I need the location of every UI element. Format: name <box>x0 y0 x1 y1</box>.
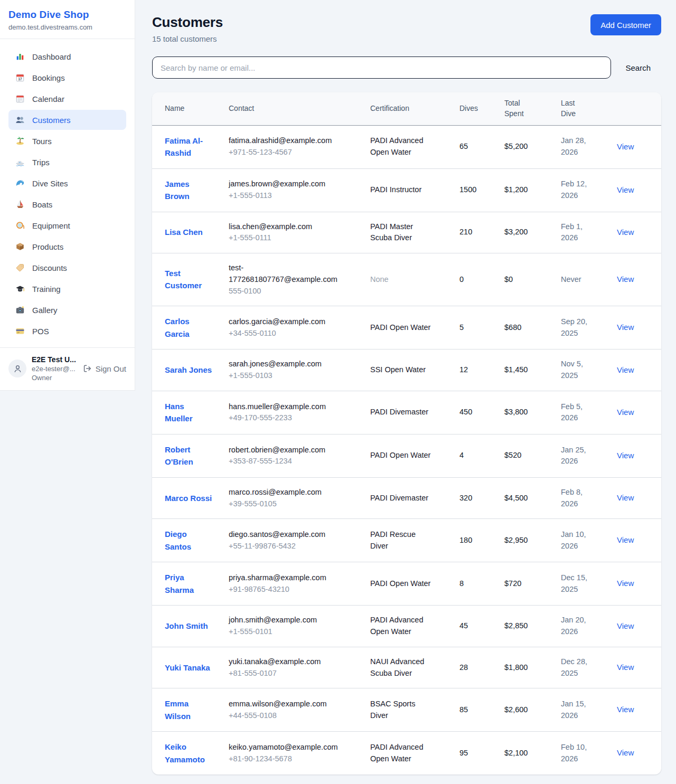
customer-dives: 95 <box>459 732 504 775</box>
sidebar-item-tours[interactable]: Tours <box>8 131 126 151</box>
sign-out-button[interactable]: Sign Out <box>82 364 126 373</box>
sidebar-item-pos[interactable]: POS <box>8 321 126 341</box>
customer-phone: +44-555-0108 <box>229 710 364 722</box>
customer-last-dive: Nov 5, 2025 <box>561 358 595 382</box>
customer-total-spent: $2,950 <box>504 519 561 562</box>
customer-email: diego.santos@example.com <box>229 529 364 541</box>
customer-email: test- 1772681807767@example.com <box>229 262 364 286</box>
sidebar-item-label: Tours <box>32 137 52 146</box>
customer-name-link[interactable]: Lisa Chen <box>165 226 203 238</box>
customer-dives: 28 <box>459 647 504 688</box>
customer-last-dive: Feb 1, 2026 <box>561 221 595 244</box>
customer-last-dive: Jan 20, 2026 <box>561 615 595 638</box>
customer-name-link[interactable]: Hans Mueller <box>165 400 193 425</box>
sidebar-item-label: Dive Sites <box>32 179 68 188</box>
customer-name-link[interactable]: Test Customer <box>165 267 202 292</box>
table-row: Lisa Chen lisa.chen@example.com +1-555-0… <box>152 212 661 253</box>
table-row: Test Customer test- 1772681807767@exampl… <box>152 253 661 306</box>
customer-dives: 0 <box>459 253 504 306</box>
table-row: Yuki Tanaka yuki.tanaka@example.com +81-… <box>152 647 661 688</box>
sidebar-item-bookings[interactable]: 17 Bookings <box>8 68 126 88</box>
table-row: James Brown james.brown@example.com +1-5… <box>152 168 661 212</box>
customer-phone: +353-87-555-1234 <box>229 456 364 467</box>
sidebar-item-discounts[interactable]: Discounts <box>8 258 126 278</box>
customer-name-link[interactable]: Robert O'Brien <box>165 443 193 468</box>
customer-name-link[interactable]: Keiko Yamamoto <box>165 741 205 766</box>
view-link[interactable]: View <box>617 663 634 672</box>
view-link[interactable]: View <box>617 493 634 502</box>
shop-name-link[interactable]: Demo Dive Shop <box>8 9 126 21</box>
customer-certification: PADI Instructor <box>370 168 459 212</box>
view-link[interactable]: View <box>617 228 634 237</box>
sidebar-item-trips[interactable]: Trips <box>8 152 126 172</box>
customer-email: james.brown@example.com <box>229 178 364 190</box>
customer-name-link[interactable]: John Smith <box>165 620 208 632</box>
search-input[interactable] <box>152 56 611 79</box>
sidebar-item-label: Dashboard <box>32 52 71 61</box>
customer-name-link[interactable]: Sarah Jones <box>165 364 212 376</box>
view-link[interactable]: View <box>617 323 634 332</box>
customer-last-dive: Feb 12, 2026 <box>561 178 595 202</box>
customer-name-link[interactable]: Yuki Tanaka <box>165 662 210 674</box>
sidebar-item-dashboard[interactable]: Dashboard <box>8 46 126 67</box>
view-link[interactable]: View <box>617 142 634 151</box>
customer-name-link[interactable]: Emma Wilson <box>165 697 191 722</box>
table-row: Robert O'Brien robert.obrien@example.com… <box>152 434 661 477</box>
customer-dives: 12 <box>459 350 504 391</box>
view-link[interactable]: View <box>617 579 634 588</box>
main-header: Customers 15 total customers Add Custome… <box>152 14 661 43</box>
sidebar-item-dive-sites[interactable]: Dive Sites <box>8 173 126 193</box>
sidebar-item-training[interactable]: Training <box>8 279 126 299</box>
customer-name-link[interactable]: Diego Santos <box>165 528 191 553</box>
sidebar-item-equipment[interactable]: Equipment <box>8 215 126 235</box>
user-section: E2E Test U... e2e-tester@... Owner Sign … <box>0 347 135 390</box>
view-link[interactable]: View <box>617 451 634 460</box>
sidebar-item-calendar[interactable]: Calendar <box>8 89 126 109</box>
customer-name-link[interactable]: Carlos Garcia <box>165 315 190 340</box>
customer-email: sarah.jones@example.com <box>229 358 364 370</box>
view-link[interactable]: View <box>617 365 634 374</box>
customer-last-dive: Jan 25, 2026 <box>561 445 595 468</box>
customer-total-spent: $2,100 <box>504 732 561 775</box>
customer-dives: 85 <box>459 688 504 732</box>
customer-name-link[interactable]: James Brown <box>165 178 190 203</box>
col-header-contact: Contact <box>229 92 370 125</box>
customer-dives: 4 <box>459 434 504 477</box>
customer-last-dive: Never <box>561 274 595 286</box>
customer-last-dive: Feb 5, 2026 <box>561 401 595 424</box>
view-link[interactable]: View <box>617 275 634 284</box>
customer-dives: 65 <box>459 125 504 168</box>
customer-name-link[interactable]: Priya Sharma <box>165 571 194 596</box>
col-header-last-dive: Last Dive <box>561 92 617 125</box>
customer-certification: PADI Open Water <box>370 562 459 606</box>
avatar <box>8 360 26 377</box>
customer-phone: +81-555-0107 <box>229 668 364 679</box>
view-link[interactable]: View <box>617 705 634 714</box>
sidebar-item-boats[interactable]: Boats <box>8 194 126 214</box>
add-customer-button[interactable]: Add Customer <box>590 14 661 35</box>
customer-last-dive: Dec 15, 2025 <box>561 572 595 596</box>
people-icon <box>15 115 25 125</box>
page-title: Customers <box>152 14 223 31</box>
search-button[interactable]: Search <box>625 63 651 72</box>
col-header-name: Name <box>152 92 229 125</box>
sidebar-item-products[interactable]: Products <box>8 237 126 257</box>
customer-total-spent: $0 <box>504 253 561 306</box>
customer-phone: +81-90-1234-5678 <box>229 753 364 765</box>
sailboat-icon <box>15 200 25 209</box>
view-link[interactable]: View <box>617 621 634 630</box>
title-block: Customers 15 total customers <box>152 14 223 43</box>
view-link[interactable]: View <box>617 185 634 194</box>
customer-email: hans.mueller@example.com <box>229 401 364 413</box>
col-header-total-spent: Total Spent <box>504 92 561 125</box>
view-link[interactable]: View <box>617 535 634 544</box>
table-row: Keiko Yamamoto keiko.yamamoto@example.co… <box>152 732 661 775</box>
customer-name-link[interactable]: Marco Rossi <box>165 492 212 504</box>
view-link[interactable]: View <box>617 748 634 757</box>
customer-total-spent: $1,450 <box>504 350 561 391</box>
sidebar-item-gallery[interactable]: Gallery <box>8 300 126 320</box>
view-link[interactable]: View <box>617 408 634 417</box>
sidebar-item-customers[interactable]: Customers <box>8 110 126 130</box>
customer-name-link[interactable]: Fatima Al- Rashid <box>165 135 203 159</box>
customer-certification: PADI Advanced Open Water <box>370 606 459 647</box>
